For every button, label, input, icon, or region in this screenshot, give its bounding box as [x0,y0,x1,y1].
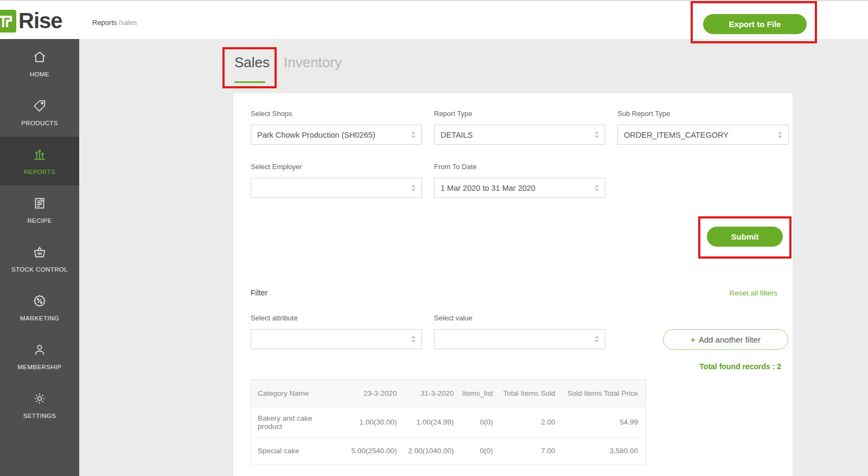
rise-logo: Rise [0,9,62,33]
add-another-filter-button[interactable]: +Add another filter [663,329,788,350]
logo-text: Rise [18,9,62,33]
select-attribute-dropdown[interactable] [251,329,422,349]
cell-value: 5.00(2540.00) [335,438,405,465]
cell-value: 0(0) [462,407,501,438]
chevron-updown-icon [778,131,782,138]
from-to-date-value: 1 Mar 2020 to 31 Mar 2020 [441,184,535,192]
tab-inventory[interactable]: Inventory [284,54,342,71]
rise-logo-icon [0,10,16,33]
sidebar-item-label: REPORTS [24,169,55,175]
sidebar-item-marketing[interactable]: MARKETING [0,283,79,332]
column-header: 31-3-2020 [405,380,462,407]
column-header: Items_list [462,380,501,407]
sub-report-type-dropdown[interactable]: ORDER_ITEMS_CATEGORY [617,125,789,145]
reset-all-filters-link[interactable]: Reset all filters [729,289,777,297]
recipe-document-icon [33,196,47,213]
breadcrumb-page: /sales [119,18,137,27]
add-filter-label: Add another filter [699,335,761,344]
table-row: Bakery and cake product 1.00(30.00) 1.00… [251,407,646,438]
sidebar-item-label: RECIPE [27,217,52,224]
page: Rise Reports/sales Export to File HOME P… [0,0,868,476]
total-found-records: Total found records : 2 [699,362,781,371]
select-attribute-label: Select attribute [251,314,298,322]
cell-value: 1.00(30.00) [335,407,405,438]
cell-category-name: Bakery and cake product [251,407,335,438]
basket-icon [33,245,47,261]
sidebar-item-label: PRODUCTS [21,120,58,126]
breadcrumb-section[interactable]: Reports [92,18,117,27]
report-table: Category Name 23-3-2020 31-3-2020 Items_… [251,379,646,465]
from-to-date-dropdown[interactable]: 1 Mar 2020 to 31 Mar 2020 [434,178,605,198]
plus-icon: + [691,335,695,344]
report-type-dropdown[interactable]: DETAILS [434,125,605,145]
column-header: Category Name [251,380,335,407]
sidebar-item-reports[interactable]: REPORTS [0,137,79,185]
chevron-updown-icon [595,131,599,138]
select-shops-dropdown[interactable]: Park Chowk Production (SH0265) [251,125,422,145]
home-icon [33,50,47,66]
sidebar-item-label: HOME [30,71,49,78]
report-type-label: Report Type [434,110,473,118]
sub-report-type-value: ORDER_ITEMS_CATEGORY [624,131,729,139]
cell-value: 7.00 [501,438,563,465]
chevron-updown-icon [595,336,599,343]
person-icon [33,343,47,359]
select-value-dropdown[interactable] [434,329,605,349]
column-header: 23-3-2020 [335,380,405,407]
from-to-date-label: From To Date [434,163,477,171]
table-row: Special cake 5.00(2540.00) 2.00(1040.00)… [251,438,646,465]
breadcrumb: Reports/sales [92,18,137,27]
select-employer-dropdown[interactable] [251,178,422,198]
sidebar-item-home[interactable]: HOME [0,39,79,88]
submit-button[interactable]: Submit [707,227,783,247]
sub-report-type-label: Sub Report Type [617,110,670,118]
cell-value: 54.99 [563,407,646,438]
gear-icon [33,391,47,408]
chevron-updown-icon [411,131,416,138]
sidebar-item-recipe[interactable]: RECIPE [0,185,79,234]
export-to-file-button[interactable]: Export to File [703,14,807,34]
table-header-row: Category Name 23-3-2020 31-3-2020 Items_… [251,380,646,407]
badge-percent-icon [33,294,47,310]
sidebar-item-label: MEMBERSHIP [17,364,61,370]
cell-value: 1.00(24.99) [405,407,462,438]
filter-section-title: Filter [251,288,267,297]
header-bar: Rise Reports/sales Export to File [0,1,868,39]
tab-sales[interactable]: Sales [234,54,270,71]
cell-value: 3,580.00 [563,438,646,465]
sidebar-item-stock-control[interactable]: STOCK CONTROL [0,234,79,283]
sidebar-item-membership[interactable]: MEMBERSHIP [0,332,79,381]
chevron-updown-icon [411,336,416,343]
report-type-value: DETAILS [441,131,473,139]
sidebar-item-label: MARKETING [20,315,59,321]
cell-value: 0(0) [462,438,501,465]
chevron-updown-icon [411,184,416,191]
select-employer-label: Select Employer [251,163,302,171]
cell-value: 2.00(1040.00) [405,438,462,465]
select-shops-label: Select Shops [251,110,292,118]
tab-sales-active-underline [234,81,265,83]
sidebar-item-label: SETTINGS [23,413,56,419]
column-header: Total Items Sold [501,380,563,407]
report-panel: Select Shops Report Type Sub Report Type… [233,93,793,476]
select-value-label: Select value [434,314,473,322]
chevron-updown-icon [595,184,599,191]
select-shops-value: Park Chowk Production (SH0265) [257,131,375,139]
sidebar-item-settings[interactable]: SETTINGS [0,381,79,429]
tag-icon [33,99,47,115]
sidebar-item-products[interactable]: PRODUCTS [0,88,79,137]
bar-chart-icon [33,147,47,164]
cell-value: 2.00 [501,407,563,438]
column-header: Sold Items Total Price [563,380,646,407]
sidebar: HOME PRODUCTS REPORTS RECIPE STOCK CONTR… [0,39,79,476]
cell-category-name: Special cake [251,438,335,465]
sidebar-item-label: STOCK CONTROL [11,266,68,273]
